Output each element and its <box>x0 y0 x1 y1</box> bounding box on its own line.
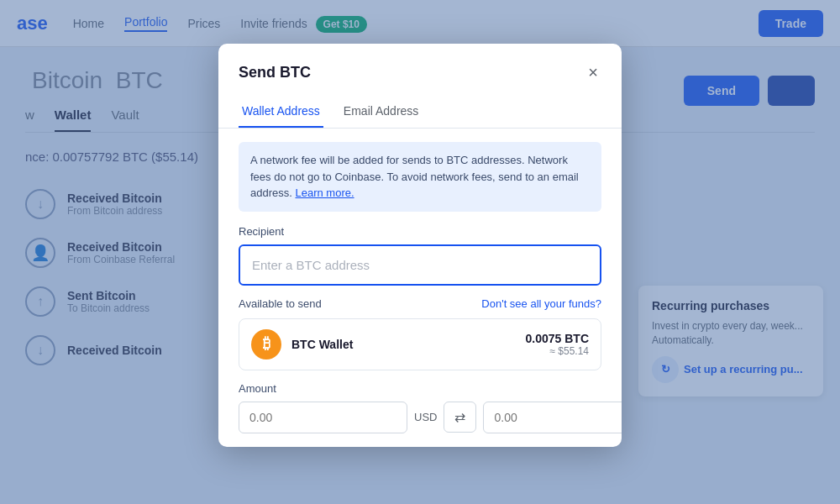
wallet-amount: 0.0075 BTC ≈ $55.14 <box>526 332 589 357</box>
modal-tab-email-address[interactable]: Email Address <box>340 96 422 128</box>
wallet-btc-amount: 0.0075 BTC <box>526 332 589 345</box>
available-label: Available to send <box>239 297 322 310</box>
modal-tab-wallet-address[interactable]: Wallet Address <box>239 96 323 128</box>
dont-see-funds-link[interactable]: Don't see all your funds? <box>481 297 601 310</box>
amount-currency-usd: USD <box>414 411 437 423</box>
recipient-label: Recipient <box>239 225 601 238</box>
available-row: Available to send Don't see all your fun… <box>239 297 601 310</box>
wallet-name: BTC Wallet <box>291 338 353 351</box>
swap-currency-button[interactable]: ⇄ <box>444 402 476 433</box>
btc-wallet-option[interactable]: ₿ BTC Wallet 0.0075 BTC ≈ $55.14 <box>239 318 601 370</box>
learn-more-link[interactable]: Learn more. <box>296 186 354 199</box>
amount-inputs: USD ⇄ BTC <box>239 402 601 433</box>
modal-header: Send BTC × <box>218 44 622 84</box>
amount-section: Amount USD ⇄ BTC <box>239 382 601 433</box>
modal-tabs: Wallet Address Email Address <box>218 96 622 129</box>
modal-overlay: Send BTC × Wallet Address Email Address … <box>0 0 840 504</box>
info-box-text: A network fee will be added for sends to… <box>250 152 590 202</box>
wallet-usd-amount: ≈ $55.14 <box>526 345 589 357</box>
amount-usd-input[interactable] <box>239 402 407 433</box>
recipient-input[interactable] <box>239 244 601 286</box>
amount-label: Amount <box>239 382 601 395</box>
network-fee-info: A network fee will be added for sends to… <box>239 142 601 212</box>
modal-close-button[interactable]: × <box>585 60 601 84</box>
btc-coin-icon: ₿ <box>251 329 281 360</box>
send-btc-modal: Send BTC × Wallet Address Email Address … <box>218 44 622 447</box>
modal-body: A network fee will be added for sends to… <box>218 129 622 447</box>
modal-title: Send BTC <box>239 64 311 81</box>
amount-btc-input[interactable] <box>483 402 622 433</box>
